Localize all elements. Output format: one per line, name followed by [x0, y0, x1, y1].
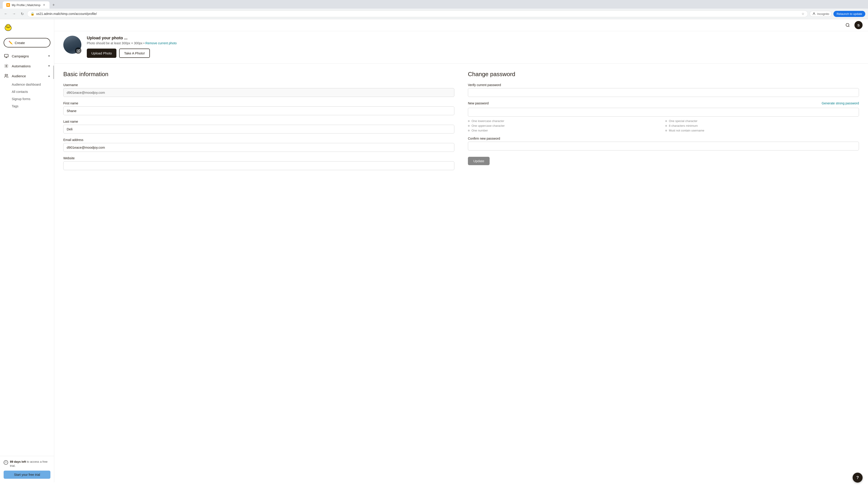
back-button[interactable]: ← — [3, 11, 9, 17]
pw-req-dot — [468, 125, 470, 127]
new-password-input[interactable] — [468, 108, 859, 117]
campaigns-icon — [4, 53, 9, 59]
sidebar: ✏️ Create Campaigns ▼ — [0, 19, 54, 482]
active-tab[interactable]: M My Profile | Mailchimp ✕ — [3, 1, 50, 8]
app-layout: ✏️ Create Campaigns ▼ — [0, 19, 868, 482]
new-password-group: New password Generate strong password On… — [468, 101, 859, 132]
nav-bar: ← → ↻ 🔒 us21.admin.mailchimp.com/account… — [0, 8, 868, 19]
pw-req-dot — [665, 130, 667, 131]
sidebar-scroll-thumb — [53, 66, 54, 79]
automations-icon — [4, 63, 9, 69]
pw-req-dot — [665, 120, 667, 122]
update-button[interactable]: Update — [468, 157, 490, 165]
new-tab-button[interactable]: + — [51, 2, 57, 8]
last-name-input[interactable] — [63, 125, 454, 133]
svg-point-3 — [7, 26, 7, 26]
upload-photo-button[interactable]: Upload Photo — [87, 48, 116, 58]
pw-req-uppercase: One uppercase character — [468, 124, 662, 127]
photo-description: Photo should be at least 300px × 300px •… — [87, 41, 859, 45]
sidebar-item-signup-forms[interactable]: Signup forms — [12, 95, 54, 103]
basic-info-section: Basic information Username First name La… — [63, 71, 454, 175]
incognito-label: Incognito — [817, 12, 829, 15]
pw-req-dot — [665, 125, 667, 127]
incognito-icon — [812, 12, 816, 15]
password-requirements: One lowercase character One special char… — [468, 119, 859, 132]
email-group: Email address — [63, 138, 454, 152]
sidebar-item-tags[interactable]: Tags — [12, 103, 54, 110]
campaigns-arrow: ▼ — [48, 55, 51, 58]
incognito-badge: Incognito — [810, 11, 832, 17]
browser-chrome: M My Profile | Mailchimp ✕ + ← → ↻ 🔒 us2… — [0, 0, 868, 19]
sidebar-logo — [0, 19, 54, 36]
tab-favicon: M — [6, 3, 10, 7]
create-button[interactable]: ✏️ Create — [4, 38, 51, 47]
pw-req-special: One special character — [665, 119, 859, 123]
website-label: Website — [63, 156, 454, 160]
svg-point-4 — [8, 26, 9, 26]
trial-clock-icon: ⏱ — [4, 460, 8, 465]
remove-photo-link[interactable]: Remove current photo — [145, 41, 177, 45]
new-password-header: New password Generate strong password — [468, 101, 859, 105]
profile-photo-container — [63, 36, 81, 54]
pw-req-lowercase: One lowercase character — [468, 119, 662, 123]
nav-items: Campaigns ▼ Automations ▼ — [0, 51, 54, 456]
website-input[interactable] — [63, 161, 454, 170]
username-group: Username — [63, 83, 454, 97]
help-button[interactable]: ? — [852, 473, 863, 482]
pw-req-number: One number — [468, 129, 662, 132]
pencil-icon: ✏️ — [8, 41, 13, 45]
sidebar-item-audience[interactable]: Audience ▲ — [0, 71, 54, 81]
confirm-password-label: Confirm new password — [468, 137, 859, 140]
tab-title: My Profile | Mailchimp — [12, 3, 40, 7]
first-name-group: First name — [63, 101, 454, 115]
svg-rect-5 — [4, 55, 8, 57]
verify-password-label: Verify current password — [468, 83, 859, 87]
address-bar[interactable]: 🔒 us21.admin.mailchimp.com/account/profi… — [27, 10, 808, 17]
main-panel: S Uplo — [54, 19, 868, 482]
start-trial-button[interactable]: Start your free trial — [4, 470, 51, 479]
automations-label: Automations — [12, 64, 45, 68]
sidebar-item-campaigns[interactable]: Campaigns ▼ — [0, 51, 54, 61]
main-content: Upload your photo ... Photo should be at… — [54, 31, 868, 482]
new-password-label: New password — [468, 101, 489, 105]
photo-info: Upload your photo ... Photo should be at… — [87, 36, 859, 58]
sidebar-scrollbar — [53, 19, 54, 482]
last-name-label: Last name — [63, 120, 454, 123]
audience-arrow: ▲ — [48, 74, 51, 77]
audience-icon — [4, 73, 9, 78]
photo-edit-overlay[interactable] — [75, 47, 81, 54]
sidebar-footer: ⏱ 89 days left to access a free trial. S… — [0, 456, 54, 482]
change-password-section: Change password Verify current password … — [468, 71, 859, 175]
user-avatar[interactable]: S — [855, 21, 863, 29]
svg-point-7 — [5, 74, 6, 76]
address-url: us21.admin.mailchimp.com/account/profile… — [36, 12, 800, 15]
svg-point-0 — [813, 13, 815, 14]
tab-bar: M My Profile | Mailchimp ✕ + — [0, 0, 868, 8]
campaigns-label: Campaigns — [12, 54, 45, 58]
trial-info: ⏱ 89 days left to access a free trial. — [4, 460, 51, 468]
audience-label: Audience — [12, 74, 45, 78]
lock-icon: 🔒 — [31, 12, 34, 15]
email-input[interactable] — [63, 143, 454, 152]
sidebar-item-all-contacts[interactable]: All contacts — [12, 88, 54, 95]
username-input[interactable] — [63, 88, 454, 97]
take-photo-button[interactable]: Take A Photo! — [119, 48, 150, 58]
confirm-password-group: Confirm new password — [468, 137, 859, 151]
relaunch-button[interactable]: Relaunch to update — [833, 11, 865, 17]
reload-button[interactable]: ↻ — [19, 11, 25, 17]
nav-actions: Incognito Relaunch to update — [810, 11, 865, 17]
sidebar-item-audience-dashboard[interactable]: Audience dashboard — [12, 81, 54, 88]
bookmark-icon[interactable]: ☆ — [802, 12, 804, 15]
trial-text: 89 days left to access a free trial. — [10, 460, 51, 468]
pw-req-min-chars: 8 characters minimum — [665, 124, 859, 127]
sidebar-item-automations[interactable]: Automations ▼ — [0, 61, 54, 71]
first-name-input[interactable] — [63, 106, 454, 115]
photo-actions: Upload Photo Take A Photo! — [87, 48, 859, 58]
forward-button[interactable]: → — [11, 11, 17, 17]
tab-close-button[interactable]: ✕ — [42, 3, 46, 7]
confirm-password-input[interactable] — [468, 142, 859, 151]
header-search-button[interactable] — [844, 21, 852, 29]
generate-password-link[interactable]: Generate strong password — [822, 101, 859, 105]
verify-password-input[interactable] — [468, 88, 859, 97]
pw-req-dot — [468, 130, 470, 131]
